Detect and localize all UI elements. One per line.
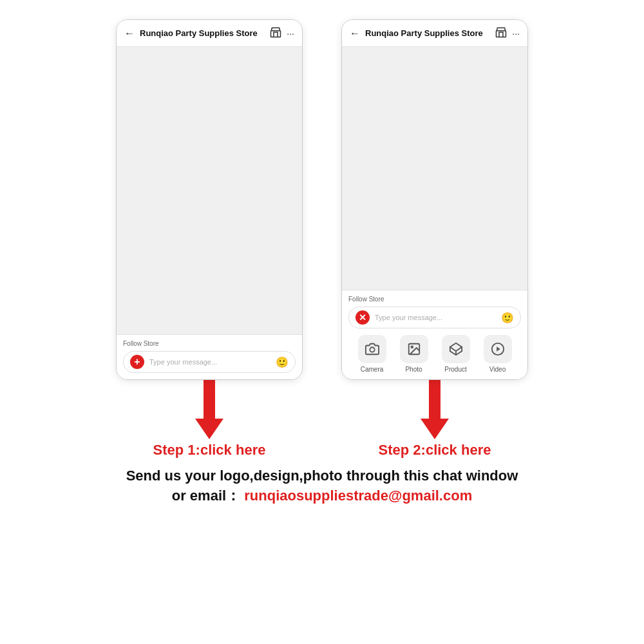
arrow1-shaft [204, 380, 215, 419]
photo-icon [400, 335, 428, 363]
attachment-product[interactable]: Product [442, 335, 470, 373]
phone1-back-button[interactable]: ← [124, 28, 135, 39]
phone1-header-icons: ··· [270, 26, 294, 40]
attachment-video[interactable]: Video [484, 335, 512, 373]
camera-icon [358, 335, 386, 363]
bottom-text: Send us your logo,design,photo through t… [113, 466, 531, 506]
svg-rect-0 [271, 31, 281, 37]
phone2-header: ← Runqiao Party Supplies Store ··· [342, 20, 527, 47]
phone1-emoji-icon[interactable]: 🙂 [276, 356, 289, 368]
phone2-emoji-icon[interactable]: 🙂 [501, 312, 514, 324]
phone1: ← Runqiao Party Supplies Store ··· Follo… [116, 19, 303, 380]
arrow1 [195, 380, 223, 439]
bottom-line2: or email： runqiaosuppliestrade@gmail.com [126, 486, 518, 506]
bottom-email-address[interactable]: runqiaosuppliestrade@gmail.com [244, 488, 472, 504]
bottom-email-prefix: or email： [172, 488, 240, 504]
phone1-plus-button[interactable]: + [130, 355, 144, 369]
video-icon [484, 335, 512, 363]
arrows-row: Step 1:click here Step 2:click here [0, 380, 644, 459]
phone1-title: Runqiao Party Supplies Store [140, 28, 265, 38]
phone1-footer: Follow Store + Type your message... 🙂 [117, 334, 302, 379]
svg-point-2 [370, 347, 374, 352]
phone2-shop-icon[interactable] [495, 26, 507, 40]
phone2-body [342, 47, 527, 290]
video-label: Video [489, 366, 506, 373]
main-container: ← Runqiao Party Supplies Store ··· Follo… [0, 0, 644, 644]
phone1-follow-store-label: Follow Store [123, 340, 296, 347]
arrow2-shaft [429, 380, 440, 419]
arrow2-container: Step 2:click here [341, 380, 528, 459]
phone1-dots-icon[interactable]: ··· [287, 28, 294, 39]
arrow2 [421, 380, 449, 439]
step2-label: Step 2:click here [379, 442, 491, 459]
arrow2-head [421, 419, 449, 439]
product-label: Product [444, 366, 466, 373]
attachment-photo[interactable]: Photo [400, 335, 428, 373]
phone2-header-icons: ··· [495, 26, 520, 40]
phone2-dots-icon[interactable]: ··· [512, 28, 520, 39]
phone2-attachment-row: Camera Photo [348, 335, 521, 373]
phone2-message-bar: ✕ Type your message... 🙂 [348, 307, 521, 328]
svg-point-4 [411, 346, 413, 348]
phone1-shop-icon[interactable] [270, 26, 281, 40]
arrow1-container: Step 1:click here [116, 380, 303, 459]
phone2-title: Runqiao Party Supplies Store [365, 28, 490, 38]
svg-marker-8 [497, 346, 500, 351]
step1-label: Step 1:click here [153, 442, 266, 459]
arrow1-head [195, 419, 223, 439]
phone1-body [117, 47, 302, 334]
photo-label: Photo [405, 366, 422, 373]
phone2: ← Runqiao Party Supplies Store ··· Follo… [341, 19, 528, 380]
svg-rect-1 [497, 31, 506, 37]
camera-label: Camera [361, 366, 384, 373]
phone2-message-input[interactable]: Type your message... [375, 314, 496, 321]
phone2-follow-store-label: Follow Store [348, 296, 521, 303]
phone2-close-button[interactable]: ✕ [355, 310, 370, 325]
phones-row: ← Runqiao Party Supplies Store ··· Follo… [0, 19, 644, 380]
phone1-header: ← Runqiao Party Supplies Store ··· [117, 20, 302, 47]
phone1-message-input[interactable]: Type your message... [149, 358, 270, 366]
phone2-footer: Follow Store ✕ Type your message... 🙂 [342, 290, 527, 379]
phone2-back-button[interactable]: ← [350, 28, 360, 39]
bottom-line1: Send us your logo,design,photo through t… [126, 466, 518, 486]
attachment-camera[interactable]: Camera [358, 335, 386, 373]
phone1-message-bar: + Type your message... 🙂 [123, 351, 296, 373]
product-icon [442, 335, 470, 363]
